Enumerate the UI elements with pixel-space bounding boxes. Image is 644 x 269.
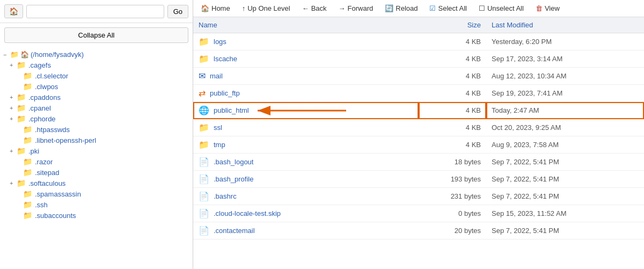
tree-toggle: − (3, 52, 9, 58)
tree-item[interactable]: +📁.cpanel (0, 103, 193, 113)
tree-toggle: + (10, 148, 15, 154)
tree-item[interactable]: +📁.cpaddons (0, 92, 193, 103)
table-row[interactable]: 📁ssl4 KBOct 20, 2023, 9:25 AM (193, 119, 644, 136)
files-table: Name Size Last Modified 📁logs4 KBYesterd… (193, 17, 644, 239)
select-all-btn[interactable]: ☑ Select All (427, 3, 469, 13)
tree-item-label: .libnet-openssh-perl (35, 136, 96, 144)
file-type-icon: ⇄ (199, 88, 206, 98)
file-name-label[interactable]: mail (210, 72, 223, 80)
col-size-header: Size (419, 17, 486, 33)
select-all-label: Select All (438, 4, 466, 12)
tree-toggle: + (10, 94, 15, 100)
file-name-label[interactable]: ssl (214, 123, 222, 132)
tree-item[interactable]: +📁.softaculous (0, 178, 193, 188)
file-size-cell: 4 KB (419, 102, 486, 119)
tree-item[interactable]: 📁.htpasswds (0, 124, 193, 135)
tree-item-label: .razor (35, 158, 53, 166)
file-size-cell: 4 KB (419, 85, 486, 102)
file-name-cell: 📄.bash_profile (193, 171, 419, 188)
table-row[interactable]: 📄.bash_profile193 bytesSep 7, 2022, 5:41… (193, 171, 644, 188)
file-type-icon: 📁 (199, 140, 209, 150)
forward-btn[interactable]: → Forward (336, 3, 376, 13)
tree-item[interactable]: +📁.pki (0, 146, 193, 156)
table-row[interactable]: 📄.bash_logout18 bytesSep 7, 2022, 5:41 P… (193, 154, 644, 171)
tree-item[interactable]: −📁🏠(/home/fysadvyk) (0, 49, 193, 60)
path-input[interactable] (26, 5, 164, 18)
file-date-cell: Sep 19, 2023, 7:41 AM (486, 85, 644, 102)
file-name-cell: 📄.bash_logout (193, 154, 419, 171)
file-date-cell: Sep 17, 2023, 3:14 AM (486, 50, 644, 68)
file-size-cell: 4 KB (419, 136, 486, 154)
toolbar: 🏠 Home ↑ Up One Level ← Back → Forward 🔄… (193, 0, 644, 17)
reload-btn[interactable]: 🔄 Reload (383, 3, 420, 13)
up-icon: ↑ (242, 4, 246, 12)
file-type-icon: 📄 (199, 174, 209, 184)
tree-item-label: .cpaddons (28, 93, 61, 101)
home-toolbar-label: Home (211, 4, 230, 12)
collapse-all-button[interactable]: Collapse All (4, 27, 188, 43)
file-size-cell: 0 bytes (419, 205, 486, 222)
file-name-label[interactable]: .contactemail (214, 227, 255, 235)
file-list: Name Size Last Modified 📁logs4 KBYesterd… (193, 17, 644, 269)
file-type-icon: 🌐 (199, 105, 209, 115)
tree-item[interactable]: 📁.razor (0, 156, 193, 167)
file-name-label[interactable]: public_ftp (210, 89, 240, 97)
back-btn[interactable]: ← Back (300, 3, 329, 13)
reload-label: Reload (396, 4, 418, 12)
folder-icon: 📁 (17, 93, 26, 101)
table-row[interactable]: 📁tmp4 KBAug 9, 2023, 7:58 AM (193, 136, 644, 154)
file-name-label[interactable]: tmp (214, 141, 225, 149)
home-toolbar-btn[interactable]: 🏠 Home (199, 3, 232, 13)
folder-icon: 📁 (17, 147, 26, 155)
table-row[interactable]: ⇄public_ftp4 KBSep 19, 2023, 7:41 AM (193, 85, 644, 102)
sidebar-top-bar: 🏠 Go (0, 0, 193, 23)
reload-icon: 🔄 (385, 4, 393, 12)
view-btn[interactable]: 🗑 View (533, 3, 562, 13)
table-row[interactable]: 🌐public_html 4 KBToday, 2:47 AM (193, 102, 644, 119)
main-panel: 🏠 Home ↑ Up One Level ← Back → Forward 🔄… (193, 0, 644, 269)
tree-item-label: .subaccounts (35, 212, 76, 220)
col-date-header: Last Modified (486, 17, 644, 33)
file-name-label[interactable]: .bash_logout (214, 158, 253, 166)
unselect-all-btn[interactable]: ☐ Unselect All (477, 3, 526, 13)
go-button[interactable]: Go (167, 5, 188, 18)
tree-item[interactable]: 📁.spamassassin (0, 188, 193, 199)
tree-panel: −📁🏠(/home/fysadvyk)+📁.cagefs📁.cl.selecto… (0, 47, 193, 269)
file-size-cell: 4 KB (419, 33, 486, 50)
up-label: Up One Level (247, 4, 290, 12)
folder-icon: 📁 (23, 136, 32, 144)
table-row[interactable]: 📁lscache4 KBSep 17, 2023, 3:14 AM (193, 50, 644, 68)
tree-item[interactable]: 📁.clwpos (0, 81, 193, 92)
table-row[interactable]: ✉mail4 KBAug 12, 2023, 10:34 AM (193, 68, 644, 85)
file-name-label[interactable]: logs (214, 38, 226, 46)
file-name-cell: 📄.contactemail (193, 222, 419, 239)
tree-item[interactable]: 📁.ssh (0, 199, 193, 210)
tree-item-label: .spamassassin (35, 190, 81, 198)
file-type-icon: 📄 (199, 226, 209, 236)
table-row[interactable]: 📄.bashrc231 bytesSep 7, 2022, 5:41 PM (193, 188, 644, 205)
tree-item[interactable]: 📁.sitepad (0, 167, 193, 178)
tree-item[interactable]: +📁.cagefs (0, 60, 193, 70)
file-name-label[interactable]: .cloud-locale-test.skip (214, 209, 281, 217)
folder-icon: 📁 (23, 125, 32, 134)
tree-item[interactable]: 📁.subaccounts (0, 210, 193, 221)
tree-item-label: .clwpos (35, 83, 58, 91)
table-row[interactable]: 📄.contactemail20 bytesSep 7, 2022, 5:41 … (193, 222, 644, 239)
table-row[interactable]: 📄.cloud-locale-test.skip0 bytesSep 15, 2… (193, 205, 644, 222)
file-date-cell: Sep 7, 2022, 5:41 PM (486, 154, 644, 171)
tree-item-label: .ssh (35, 201, 48, 209)
file-name-label[interactable]: lscache (214, 55, 237, 63)
forward-icon: → (339, 4, 346, 12)
tree-item[interactable]: 📁.libnet-openssh-perl (0, 135, 193, 146)
file-name-label[interactable]: .bash_profile (214, 175, 253, 183)
file-name-cell: 📄.cloud-locale-test.skip (193, 205, 419, 222)
file-name-label[interactable]: public_html (214, 106, 249, 114)
up-one-level-btn[interactable]: ↑ Up One Level (240, 3, 292, 13)
view-icon: 🗑 (536, 4, 543, 12)
file-name-label[interactable]: .bashrc (214, 192, 237, 200)
tree-item[interactable]: 📁.cl.selector (0, 70, 193, 81)
tree-item[interactable]: +📁.cphorde (0, 113, 193, 124)
table-row[interactable]: 📁logs4 KBYesterday, 6:20 PM (193, 33, 644, 50)
home-icon-btn[interactable]: 🏠 (4, 4, 23, 18)
file-type-icon: 📄 (199, 208, 209, 219)
